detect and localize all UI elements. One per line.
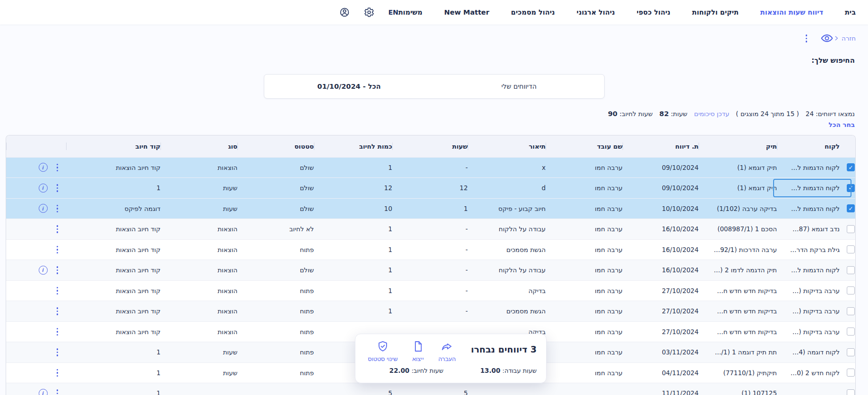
settings-button[interactable] xyxy=(364,7,374,17)
cell-type: שעות xyxy=(160,348,237,356)
table-row[interactable]: ערבה בדיקות (…בדיקות חדש חדש ח…27/10/202… xyxy=(6,301,855,321)
cell-employee: ערבה חמו xyxy=(546,307,623,315)
cell-code: דוגמה לפיקס xyxy=(66,205,160,212)
nav-item[interactable]: New Matter xyxy=(444,8,489,16)
view-button[interactable] xyxy=(821,34,833,43)
user-account-button[interactable] xyxy=(339,7,350,17)
row-kebab-menu-button[interactable] xyxy=(55,388,60,395)
table-row[interactable]: ✓לקוח הדגמות ל…בדיקה ערבה (1/102)10/10/2… xyxy=(6,198,855,219)
row-checkbox[interactable] xyxy=(847,369,855,377)
cell-date: 16/10/2024 xyxy=(623,266,699,274)
cell-date: 27/10/2024 xyxy=(623,287,699,294)
row-checkbox[interactable]: ✓ xyxy=(847,204,855,212)
row-checkbox[interactable] xyxy=(847,245,855,253)
select-all-link[interactable]: בחר הכל xyxy=(829,121,855,128)
nav-item[interactable]: תיקים ולקוחות xyxy=(692,8,739,16)
export-button[interactable]: ייצוא xyxy=(412,340,424,362)
row-kebab-menu-button[interactable] xyxy=(55,203,60,214)
cell-status: שולם xyxy=(237,184,314,192)
row-info-button[interactable]: i xyxy=(39,389,48,395)
nav-item[interactable]: דיווח שעות והוצאות xyxy=(760,8,823,16)
cell-code: 1 xyxy=(66,389,160,395)
page-kebab-menu-button[interactable] xyxy=(804,33,809,44)
row-actions-cell xyxy=(6,327,66,337)
row-checkbox[interactable] xyxy=(847,328,855,336)
cell-desc: d xyxy=(468,184,546,192)
change-status-button[interactable]: שינוי סטטוס xyxy=(368,340,398,362)
row-checkbox[interactable] xyxy=(847,389,855,395)
nav-item[interactable]: ניהול מסמכים xyxy=(511,8,555,16)
row-kebab-menu-button[interactable] xyxy=(55,368,60,378)
cell-code: קוד חיוב הוצאות xyxy=(66,266,160,274)
row-checkbox[interactable] xyxy=(847,266,855,274)
work-hours-metric: שעות עבודה: 13.00 xyxy=(480,367,537,374)
cell-code: קוד חיוב הוצאות xyxy=(66,225,160,233)
billable-hours-total: שעות לחיוב: 90 xyxy=(608,110,653,118)
cell-client: ערבה בדיקות (… xyxy=(777,287,840,294)
sub-toolbar: חזרה xyxy=(0,25,868,44)
row-checkbox-cell xyxy=(840,348,855,356)
cell-employee: ערבה חמו xyxy=(546,369,623,377)
filter-scope[interactable]: הדיווחים שלי xyxy=(434,75,604,98)
nav-item[interactable]: ניהול כספי xyxy=(637,8,670,16)
gear-icon xyxy=(364,7,374,17)
table-row[interactable]: ערבה בדיקות (…בדיקות חדש חדש ח…27/10/202… xyxy=(6,280,855,301)
language-toggle[interactable]: EN xyxy=(388,8,398,16)
row-checkbox[interactable] xyxy=(847,225,855,233)
filter-date-range[interactable]: הכל - 01/10/2024 xyxy=(264,75,434,98)
nav-item[interactable]: ניהול ארגוני xyxy=(577,8,615,16)
row-checkbox[interactable]: ✓ xyxy=(847,163,855,171)
row-kebab-menu-button[interactable] xyxy=(55,224,60,235)
selection-count-title: 3 דיווחים נבחרו xyxy=(471,340,537,354)
table-row[interactable]: גילת ברקת הדר…ערבה הדרכות (92/1…16/10/20… xyxy=(6,239,855,260)
column-header: תיק xyxy=(699,135,777,157)
table-header-row: לקוחתיקת. דיווחשם עובדתיאורשעותכמות לחיו… xyxy=(6,135,855,157)
cell-employee: ערבה חמו xyxy=(546,348,623,356)
row-info-button[interactable]: i xyxy=(39,184,48,193)
update-totals-link[interactable]: עדכן סיכומים xyxy=(694,110,729,118)
cell-status: פתוח xyxy=(237,328,314,336)
cell-date: 16/10/2024 xyxy=(623,225,699,233)
table-row[interactable]: ✓לקוח הדגמות ל…תיק דוגמא (1)09/10/2024ער… xyxy=(6,157,855,178)
cell-client: לקוח הדגמות ל… xyxy=(777,266,840,274)
row-kebab-menu-button[interactable] xyxy=(55,327,60,337)
row-kebab-menu-button[interactable] xyxy=(55,183,60,193)
row-checkbox-cell: ✓ xyxy=(840,163,855,171)
back-link[interactable]: חזרה xyxy=(833,34,856,42)
cell-employee: ערבה חמו xyxy=(546,266,623,274)
cell-client: נדב דוגמא (87… xyxy=(777,225,840,233)
cell-qty: 1 xyxy=(314,225,392,233)
cell-code: 1 xyxy=(66,369,160,377)
cell-status: שולם xyxy=(237,266,314,274)
table-row[interactable]: 107125 (1)11/11/2024551i xyxy=(6,383,855,395)
row-info-button[interactable]: i xyxy=(39,266,48,275)
table-row[interactable]: נדב דוגמא (87…הסכם 1 (008987/1)16/10/202… xyxy=(6,219,855,239)
row-checkbox-cell: ✓ xyxy=(840,204,855,212)
row-checkbox[interactable]: ✓ xyxy=(847,184,855,192)
top-navbar: ביתדיווח שעות והוצאותתיקים ולקוחותניהול … xyxy=(0,0,868,25)
nav-item[interactable]: משימות xyxy=(398,8,422,16)
row-kebab-menu-button[interactable] xyxy=(55,347,60,358)
row-checkbox[interactable] xyxy=(847,286,855,294)
cell-type: הוצאות xyxy=(160,164,237,171)
row-kebab-menu-button[interactable] xyxy=(55,162,60,173)
row-checkbox[interactable] xyxy=(847,307,855,315)
column-header: שם עובד xyxy=(546,135,623,157)
nav-item[interactable]: בית xyxy=(845,8,856,16)
cell-client: ערבה בדיקות (… xyxy=(777,328,840,336)
transfer-button[interactable]: העברה xyxy=(438,340,456,362)
row-info-button[interactable]: i xyxy=(39,204,48,213)
row-checkbox[interactable] xyxy=(847,348,855,356)
row-kebab-menu-button[interactable] xyxy=(55,306,60,317)
cell-date: 10/10/2024 xyxy=(623,205,699,212)
column-header: לקוח xyxy=(777,135,840,157)
row-info-button[interactable]: i xyxy=(39,163,48,172)
table-row[interactable]: ✓לקוח הדגמות ל…תיק דוגמא (1)09/10/2024ער… xyxy=(6,177,855,198)
cell-case: ערבה הדרכות (92/1… xyxy=(699,246,777,253)
found-count: נמצאו דיווחים: 24 xyxy=(806,110,855,118)
row-kebab-menu-button[interactable] xyxy=(55,244,60,255)
row-kebab-menu-button[interactable] xyxy=(55,265,60,276)
cell-case: בדיקות חדש חדש ח… xyxy=(699,287,777,294)
row-kebab-menu-button[interactable] xyxy=(55,286,60,296)
table-row[interactable]: לקוח הדגמות ל…תיק הדגמה לדמו 2 (…16/10/2… xyxy=(6,260,855,280)
